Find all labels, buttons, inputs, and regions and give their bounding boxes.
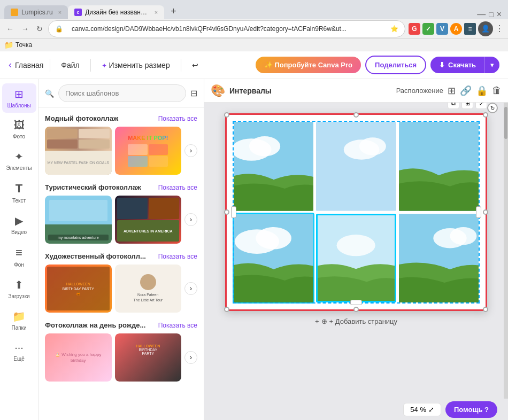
rotate-handle[interactable]: ↻ xyxy=(487,103,498,113)
bookmark-label[interactable]: Точка xyxy=(16,41,32,49)
toolbar-left: ‹ Главная Файл ✦ Изменить размер ↩ xyxy=(9,58,249,73)
sidebar-more-label: Ещё xyxy=(13,356,24,362)
search-input[interactable] xyxy=(58,84,186,102)
search-bar: 🔍 ⊟ xyxy=(39,79,204,108)
handle-mr[interactable] xyxy=(483,209,488,215)
canva-main-content: ⊞ Шаблоны 🖼 Фото ✦ Элементы T Текст ▶ Ви… xyxy=(0,79,508,420)
grid-icon[interactable]: ⊞ xyxy=(448,85,456,97)
canvas-scrollbar[interactable] xyxy=(504,103,508,399)
travel-card-2[interactable]: ADVENTURES IN AMERICA xyxy=(115,196,182,244)
maximize-button[interactable]: □ xyxy=(489,10,493,19)
sidebar-item-photos[interactable]: 🖼 Фото xyxy=(2,115,36,144)
address-input[interactable] xyxy=(66,23,387,35)
float-duplicate-icon[interactable]: ⊞ xyxy=(461,103,473,109)
close-window-button[interactable]: × xyxy=(497,10,502,19)
zoom-value: 54 % xyxy=(410,406,426,414)
back-button[interactable]: ← xyxy=(4,24,16,34)
home-button[interactable]: ‹ Главная xyxy=(9,59,43,71)
collage-cell-1[interactable] xyxy=(234,122,313,211)
art-next-button[interactable]: › xyxy=(184,282,197,295)
handle-tm[interactable] xyxy=(353,112,359,118)
sidebar-templates-label: Шаблоны xyxy=(7,103,30,108)
art-card-1[interactable]: HALLOWEEN BIRTHDAY PARTY 🎃 xyxy=(45,265,112,313)
float-move-icon[interactable]: ⤢ xyxy=(475,103,487,109)
canvas-scroll-area[interactable]: ⧉ ⊞ ⤢ ↻ xyxy=(204,103,508,399)
sidebar-text-label: Текст xyxy=(12,198,26,204)
menu-button[interactable]: ⋮ xyxy=(495,24,504,34)
float-copy-icon[interactable]: ⧉ xyxy=(448,103,459,109)
new-tab-button[interactable]: + xyxy=(166,4,181,19)
travel-section-header: Туристический фотоколлаж Показать все xyxy=(39,181,204,196)
zoom-control[interactable]: 54 % ⤢ xyxy=(403,403,441,416)
travel-card-1[interactable]: my mountains adventure xyxy=(45,196,112,244)
collage-cell-5-active[interactable] xyxy=(316,214,396,303)
fashion-show-all-button[interactable]: Показать все xyxy=(158,115,197,122)
link-icon[interactable]: 🔗 xyxy=(460,85,472,97)
app-icon: 🎨 xyxy=(211,84,225,98)
travel-section-title: Туристический фотоколлаж xyxy=(45,183,141,191)
video-icon: ▶ xyxy=(15,214,23,227)
collage-cell-3[interactable] xyxy=(399,122,479,211)
help-button[interactable]: Помощь ? xyxy=(445,401,497,418)
share-button[interactable]: Поделиться xyxy=(365,56,426,74)
tab-canva-close[interactable]: × xyxy=(155,9,158,15)
sidebar-item-background[interactable]: ≡ Фон xyxy=(2,242,36,272)
sidebar-item-folders[interactable]: 📁 Папки xyxy=(2,306,36,335)
collage-cell-6[interactable] xyxy=(399,214,479,303)
download-arrow-button[interactable]: ▾ xyxy=(484,57,499,73)
collage-cell-2[interactable] xyxy=(316,122,396,211)
canvas-area: 🎨 Интервалы Расположение ⊞ 🔗 🔒 🗑 xyxy=(204,79,508,420)
birthday-next-button[interactable]: › xyxy=(184,351,197,364)
canvas-element-toolbar: 🎨 Интервалы Расположение ⊞ 🔗 🔒 🗑 xyxy=(204,79,508,103)
tab-lumpics-label: Lumpics.ru xyxy=(21,9,53,16)
sidebar-item-text[interactable]: T Текст xyxy=(2,177,36,208)
svg-point-2 xyxy=(249,136,280,156)
fashion-next-button[interactable]: › xyxy=(184,144,197,157)
handle-ml[interactable] xyxy=(224,209,229,215)
forward-button[interactable]: → xyxy=(19,24,31,34)
minimize-button[interactable]: — xyxy=(477,10,486,19)
ext-icon-3: V xyxy=(436,23,448,35)
tab-lumpics[interactable]: Lumpics.ru × xyxy=(4,5,68,19)
sidebar-photos-label: Фото xyxy=(13,134,25,139)
art-show-all-button[interactable]: Показать все xyxy=(158,253,197,260)
handle-tr[interactable] xyxy=(483,112,488,118)
sidebar-item-more[interactable]: ··· Ещё xyxy=(2,337,36,366)
birthday-card-1[interactable]: 🎂 Wishing you a happy birthday xyxy=(45,333,112,382)
filter-button[interactable]: ⊟ xyxy=(190,88,197,98)
download-button[interactable]: ⬇ Скачать xyxy=(430,57,484,73)
ext-icon-5: ≡ xyxy=(464,23,476,35)
fashion-section-header: Модный фотоколлаж Показать все xyxy=(39,112,204,127)
add-page-plus: + xyxy=(315,317,319,325)
add-page-button[interactable]: + ⊕ + Добавить страницу xyxy=(315,317,397,325)
fashion-card-1[interactable]: MY NEW PASTEL FASHION GOALS xyxy=(45,127,112,175)
travel-next-button[interactable]: › xyxy=(184,213,197,226)
birthday-show-all-button[interactable]: Показать все xyxy=(158,322,197,329)
resize-button[interactable]: ✦ Изменить размер xyxy=(97,58,174,73)
lock-icon[interactable]: 🔒 xyxy=(476,85,488,97)
fashion-card-2[interactable]: MAKE IT POP! xyxy=(115,127,182,175)
sidebar-item-uploads[interactable]: ⬆ Загрузки xyxy=(2,274,36,304)
handle-tl[interactable] xyxy=(224,112,229,118)
uploads-icon: ⬆ xyxy=(14,278,24,291)
travel-show-all-button[interactable]: Показать все xyxy=(158,184,197,191)
sidebar-item-elements[interactable]: ✦ Элементы xyxy=(2,146,36,175)
delete-icon[interactable]: 🗑 xyxy=(492,85,502,96)
art-card-2[interactable]: Nora PateenThe Little Art Tour xyxy=(115,265,182,313)
file-menu-button[interactable]: Файл xyxy=(57,58,83,73)
svg-point-9 xyxy=(256,227,291,249)
footer-bar: 54 % ⤢ Помощь ? xyxy=(204,399,508,420)
tab-canva[interactable]: c Дизайн без названия — Фото... × xyxy=(68,5,164,19)
refresh-button[interactable]: ↻ xyxy=(34,24,45,34)
canvas-float-toolbar: ⧉ ⊞ ⤢ xyxy=(448,103,487,109)
sidebar-item-templates[interactable]: ⊞ Шаблоны xyxy=(2,83,36,113)
tab-lumpics-close[interactable]: × xyxy=(58,9,61,15)
tab-canva-label: Дизайн без названия — Фото... xyxy=(85,9,149,16)
canvas-page[interactable]: ⧉ ⊞ ⤢ ↻ xyxy=(225,113,487,311)
undo-button[interactable]: ↩ xyxy=(188,58,203,73)
birthday-card-2[interactable]: HALLOWEEN BIRTHDAY PARTY xyxy=(115,333,182,382)
profile-avatar[interactable]: 👤 xyxy=(478,21,493,36)
collage-cell-4-highlighted[interactable] xyxy=(234,214,313,303)
sidebar-item-video[interactable]: ▶ Видео xyxy=(2,210,36,239)
canva-pro-button[interactable]: ✨ Попробуйте Canva Pro xyxy=(256,57,361,73)
